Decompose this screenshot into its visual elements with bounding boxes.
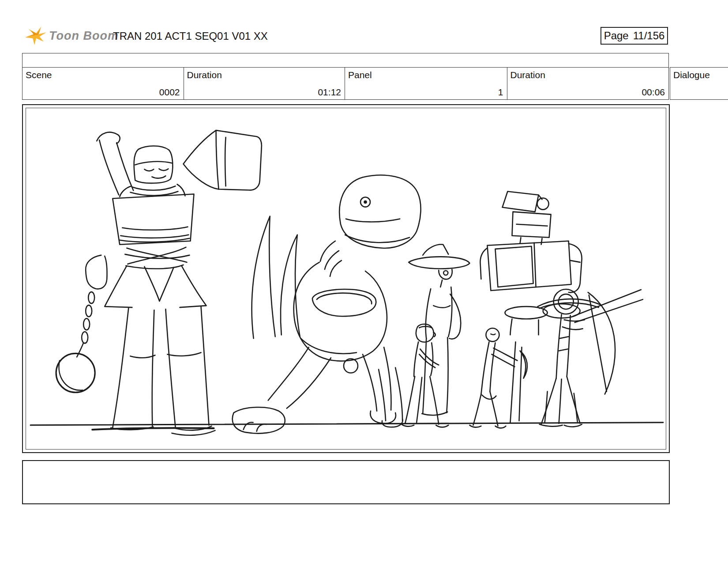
panel-label: Panel	[348, 70, 372, 80]
duration-value: 01:12	[318, 87, 341, 98]
info-row: Scene 0002 Duration 01:12 Panel 1 Durati…	[22, 67, 669, 100]
cell-duration-panel: Duration 00:06	[507, 68, 669, 99]
storyboard-sketch	[26, 108, 666, 449]
page-value: 11/156	[633, 30, 665, 42]
storyboard-panel-frame	[22, 104, 670, 453]
page-label: Page	[604, 30, 629, 42]
scene-label: Scene	[26, 70, 52, 80]
cell-panel: Panel 1	[345, 68, 507, 99]
cell-scene: Scene 0002	[23, 68, 184, 99]
dialogue-label: Dialogue	[673, 70, 710, 80]
storyboard-page: Toon Boom TRAN 201 ACT1 SEQ01 V01 XX Pag…	[0, 0, 728, 563]
storyboard-panel-inner-frame	[26, 108, 666, 450]
toonboom-burst-icon	[24, 26, 46, 45]
duration2-value: 00:06	[642, 87, 665, 98]
caption-box	[22, 460, 670, 504]
duration-label: Duration	[187, 70, 222, 80]
page-number-box: Page 11/156	[600, 27, 668, 45]
toonboom-logo: Toon Boom	[24, 26, 119, 45]
document-title: TRAN 201 ACT1 SEQ01 V01 XX	[113, 30, 268, 42]
table-spacer-row	[22, 53, 669, 68]
logo-text: Toon Boom	[49, 29, 119, 43]
scene-value: 0002	[159, 87, 180, 98]
cell-duration-scene: Duration 01:12	[184, 68, 345, 99]
panel-value: 1	[498, 87, 503, 98]
duration2-label: Duration	[510, 70, 545, 80]
cell-dialogue: Dialogue	[670, 67, 728, 100]
